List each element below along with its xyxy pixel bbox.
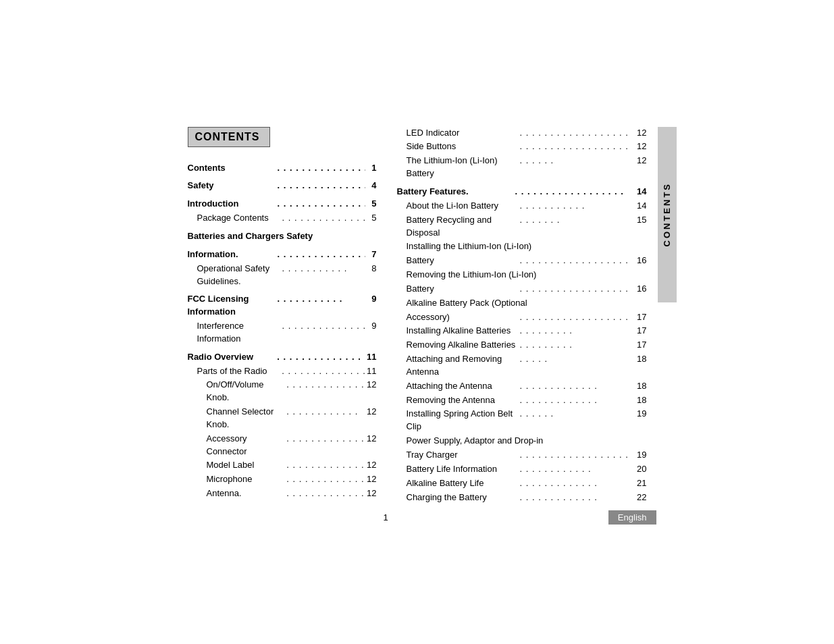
toc-entry: Safety. . . . . . . . . . . . . . . . . … bbox=[188, 180, 377, 192]
rtoc-dots: . . . . . bbox=[520, 353, 631, 366]
document-page: CONTENTS Contents. . . . . . . . . . . .… bbox=[188, 120, 647, 525]
rtoc-entry: Battery Features.. . . . . . . . . . . .… bbox=[397, 186, 647, 198]
toc-title: Antenna. bbox=[207, 487, 285, 500]
rtoc-title: Accessory) bbox=[407, 311, 518, 324]
rtoc-dots: . . . . . . . . . . . . . . . . . . . bbox=[520, 449, 631, 462]
rtoc-title: Attaching the Antenna bbox=[407, 380, 518, 393]
rtoc-title: Installing Spring Action Belt Clip bbox=[407, 408, 518, 433]
rtoc-dots: . . . . . . . bbox=[520, 214, 631, 227]
toc-dots: . . . . . . . . . . . . . . . . . . bbox=[286, 459, 365, 472]
rtoc-dots: . . . . . . . . . . . . . . . . . . . . … bbox=[520, 254, 631, 267]
toc-dots: . . . . . . . . . . . . . . . . . . . . … bbox=[286, 487, 365, 500]
toc-page: 11 bbox=[367, 351, 376, 364]
toc-dots: . . . . . . . . . . . . . . . . . . . . bbox=[278, 198, 365, 211]
toc-entry: Microphone. . . . . . . . . . . . . . . … bbox=[188, 473, 377, 486]
rtoc-entry: Attaching and Removing Antenna. . . . .1… bbox=[397, 353, 647, 379]
rtoc-title: Installing the Lithium-Ion (Li-Ion) bbox=[407, 240, 647, 253]
rtoc-page: 18 bbox=[633, 394, 647, 407]
toc-dots: . . . . . . . . . . . bbox=[278, 293, 365, 306]
toc-entry: FCC Licensing Information . . . . . . . … bbox=[188, 293, 377, 319]
rtoc-dots: . . . . . . . . . . . . . bbox=[520, 380, 631, 393]
rtoc-entry: Removing the Antenna . . . . . . . . . .… bbox=[397, 394, 647, 407]
toc-dots: . . . . . . . . . . . . . . . . . . . . … bbox=[278, 248, 365, 261]
toc-title: Package Contents bbox=[197, 212, 280, 225]
rtoc-page: 16 bbox=[633, 254, 647, 267]
toc-page: 4 bbox=[367, 180, 377, 192]
rtoc-title: Removing the Antenna bbox=[407, 394, 518, 407]
rtoc-entry: Battery Recycling and Disposal. . . . . … bbox=[397, 214, 647, 240]
toc-title: On/Off/Volume Knob. bbox=[207, 379, 285, 404]
rtoc-dots: . . . . . . . . . . . . bbox=[520, 463, 631, 476]
rtoc-dots: . . . . . . bbox=[520, 408, 631, 421]
right-toc-column: LED Indicator. . . . . . . . . . . . . .… bbox=[397, 127, 647, 506]
rtoc-dots: . . . . . . . . . . . bbox=[520, 200, 631, 213]
rtoc-entry: About the Li-Ion Battery. . . . . . . . … bbox=[397, 200, 647, 213]
toc-title: Operational Safety Guidelines. bbox=[197, 263, 280, 288]
toc-entry: Package Contents. . . . . . . . . . . . … bbox=[188, 212, 377, 225]
toc-title: Channel Selector Knob. bbox=[207, 406, 285, 431]
toc-dots: . . . . . . . . . . . bbox=[282, 263, 365, 275]
toc-title: Contents bbox=[188, 162, 276, 175]
toc-page: 12 bbox=[367, 487, 376, 500]
toc-dots: . . . . . . . . . . . . bbox=[286, 406, 365, 419]
toc-page: 12 bbox=[367, 459, 376, 472]
rtoc-title: About the Li-Ion Battery bbox=[407, 200, 518, 213]
rtoc-title: Attaching and Removing Antenna bbox=[407, 353, 518, 379]
rtoc-page: 12 bbox=[633, 140, 647, 153]
rtoc-title: Side Buttons bbox=[407, 140, 518, 153]
rtoc-page: 17 bbox=[633, 311, 647, 324]
rtoc-page: 18 bbox=[633, 353, 647, 366]
rtoc-page: 22 bbox=[633, 491, 647, 504]
toc-page: 9 bbox=[367, 293, 377, 306]
rtoc-page: 12 bbox=[633, 155, 647, 167]
right-toc: LED Indicator. . . . . . . . . . . . . .… bbox=[397, 127, 647, 504]
rtoc-entry: Removing Alkaline Batteries. . . . . . .… bbox=[397, 339, 647, 352]
rtoc-title: Battery bbox=[407, 254, 518, 267]
toc-entry: Interference Information . . . . . . . .… bbox=[188, 320, 377, 346]
rtoc-title: Alkaline Battery Life bbox=[407, 477, 518, 490]
toc-page: 1 bbox=[367, 162, 377, 175]
rtoc-dots: . . . . . . . . . . . . . . . . . . . bbox=[520, 311, 631, 324]
language-badge: English bbox=[608, 510, 656, 525]
toc-entry: Information.. . . . . . . . . . . . . . … bbox=[188, 248, 377, 261]
rtoc-page: 18 bbox=[633, 380, 647, 393]
toc-entry: Parts of the Radio. . . . . . . . . . . … bbox=[188, 365, 377, 378]
left-toc: Contents. . . . . . . . . . . . . . . . … bbox=[188, 162, 377, 500]
toc-entry: Radio Overview. . . . . . . . . . . . . … bbox=[188, 351, 377, 364]
page-number: 1 bbox=[384, 512, 388, 522]
toc-title: Model Label bbox=[207, 459, 285, 472]
rtoc-title: Removing the Lithium-Ion (Li-Ion) bbox=[407, 269, 647, 281]
rtoc-dots: . . . . . . bbox=[520, 155, 631, 167]
toc-page: 8 bbox=[367, 263, 377, 275]
rtoc-dots: . . . . . . . . . . . . . . . . . . . bbox=[520, 140, 631, 153]
side-tab-label: CONTENTS bbox=[662, 182, 672, 247]
rtoc-page: 17 bbox=[633, 325, 647, 338]
toc-title: Microphone bbox=[207, 473, 285, 486]
rtoc-entry: Installing Alkaline Batteries. . . . . .… bbox=[397, 325, 647, 338]
rtoc-title: The Lithium-Ion (Li-Ion) Battery bbox=[407, 155, 518, 180]
rtoc-entry: Accessory). . . . . . . . . . . . . . . … bbox=[397, 311, 647, 324]
toc-entry: Batteries and Chargers Safety bbox=[188, 230, 377, 243]
rtoc-dots: . . . . . . . . . . . . . . . . . . . bbox=[520, 127, 631, 140]
toc-page: 9 bbox=[367, 320, 377, 333]
rtoc-title: Battery Life Information bbox=[407, 463, 518, 476]
toc-page: 11 bbox=[367, 365, 376, 378]
toc-title: Interference Information bbox=[197, 320, 280, 346]
language-label: English bbox=[618, 512, 647, 522]
rtoc-entry: Battery. . . . . . . . . . . . . . . . .… bbox=[397, 254, 647, 267]
rtoc-page: 19 bbox=[633, 449, 647, 462]
rtoc-page: 12 bbox=[633, 127, 647, 140]
side-contents-tab: CONTENTS bbox=[658, 127, 677, 302]
rtoc-dots: . . . . . . . . . . . . . bbox=[520, 477, 631, 490]
rtoc-entry: Installing Spring Action Belt Clip. . . … bbox=[397, 408, 647, 433]
rtoc-title: Installing Alkaline Batteries bbox=[407, 325, 518, 338]
toc-entry: Introduction. . . . . . . . . . . . . . … bbox=[188, 198, 377, 211]
toc-dots: . . . . . . . . . . . . . . . . . . . . bbox=[282, 212, 365, 225]
toc-dots: . . . . . . . . . . . . . bbox=[286, 433, 365, 446]
rtoc-dots: . . . . . . . . . . . . . . . . . . . . … bbox=[520, 283, 631, 296]
toc-page: 5 bbox=[367, 212, 377, 225]
rtoc-entry: Installing the Lithium-Ion (Li-Ion) bbox=[397, 240, 647, 253]
rtoc-page: 20 bbox=[633, 463, 647, 476]
toc-dots: . . . . . . . . . . . . . bbox=[286, 379, 365, 392]
toc-entry: Model Label . . . . . . . . . . . . . . … bbox=[188, 459, 377, 472]
